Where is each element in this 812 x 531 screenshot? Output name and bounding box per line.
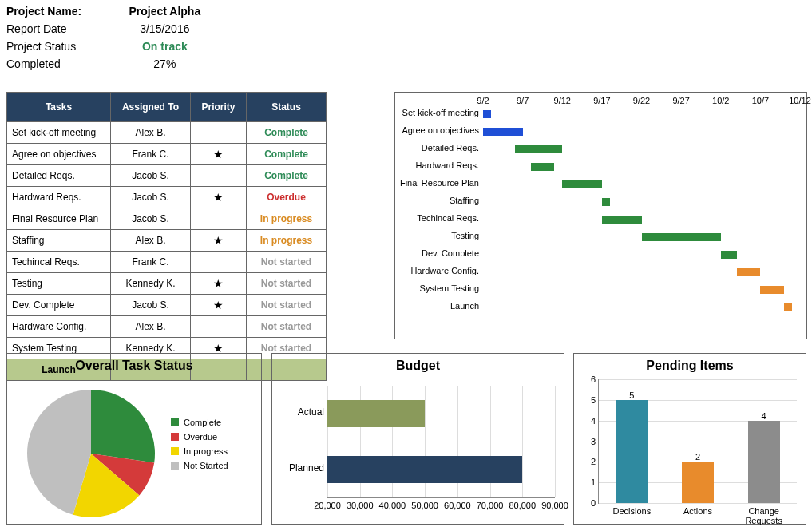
gantt-row-label: Set kick-off meeting [395,108,482,117]
pending-chart: Pending Items 01234565Decisions2Actions4… [573,353,806,525]
task-status: Overdue [247,187,327,208]
overall-status-title: Overall Task Status [7,359,261,373]
task-table: TasksAssigned ToPriorityStatus Set kick-… [6,92,327,381]
task-status: In progress [247,230,327,252]
task-name: Hardward Reqs. [7,187,111,208]
gantt-bar [737,268,761,276]
task-name: Testing [7,273,111,295]
star-icon: ★ [213,299,224,311]
task-name: Hardware Config. [7,316,111,338]
budget-xtick: 90,000 [541,501,568,510]
gantt-row-label: Techincal Reqs. [395,213,482,223]
task-status: Not started [247,295,327,316]
budget-chart: Budget 20,00030,00040,00050,00060,00070,… [271,353,564,525]
project-name-label: Project Name: [6,5,118,18]
task-col-3: Status [247,93,327,122]
task-status: Not started [247,252,327,273]
legend-item: In progress [171,446,228,456]
pending-category-label: Change Requests [745,506,782,525]
gantt-tick: 9/7 [517,96,529,105]
legend-item: Not Started [171,461,228,470]
gantt-tick: 9/27 [672,96,689,105]
completed-value: 27% [121,57,208,70]
task-name: Agree on objectives [7,144,111,165]
table-row: Set kick-off meetingAlex B.Complete [7,122,327,144]
budget-bar [327,456,522,483]
table-row: Detailed Reqs.Jacob S.Complete [7,165,327,187]
task-assignee: Frank C. [111,144,191,165]
gantt-row-label: Detailed Reqs. [395,143,482,153]
star-icon: ★ [213,234,224,247]
gantt-bar [483,128,523,136]
table-row: Agree on objectivesFrank C.★Complete [7,144,327,165]
task-assignee: Alex B. [111,230,191,252]
task-col-1: Assigned To [111,93,191,122]
gantt-bar [760,286,784,294]
gantt-row-label: Final Resource Plan [395,178,482,188]
budget-xtick: 80,000 [509,501,536,510]
pending-ytick: 4 [591,416,599,426]
task-assignee: Kennedy K. [111,273,191,295]
pending-category-label: Decisions [612,506,651,516]
table-row: Techincal Reqs.Frank C.Not started [7,252,327,273]
legend-swatch [171,433,179,441]
task-name: Staffing [7,230,111,252]
gantt-bar [531,163,555,171]
task-assignee: Jacob S. [111,165,191,187]
budget-xtick: 20,000 [314,501,341,510]
table-row: Dev. CompleteJacob S.★Not started [7,295,327,316]
pending-ytick: 6 [591,374,599,384]
report-date-label: Report Date [6,22,118,35]
task-assignee: Alex B. [111,122,191,144]
gantt-row-label: Agree on objectives [395,125,482,135]
task-assignee: Jacob S. [111,187,191,208]
gantt-row-label: Hardward Reqs. [395,160,482,170]
table-row: StaffingAlex B.★In progress [7,230,327,252]
gantt-bar [602,216,642,224]
project-status-label: Project Status [6,40,118,53]
task-assignee: Alex B. [111,316,191,338]
budget-bar [327,400,425,427]
task-priority [191,316,247,338]
gantt-bar [562,180,602,188]
pending-value-label: 4 [762,411,766,421]
task-priority: ★ [191,230,247,252]
gantt-tick: 9/17 [593,96,610,105]
gantt-bar [602,198,610,206]
gantt-tick: 10/7 [752,96,769,105]
gantt-tick: 9/12 [554,96,571,105]
task-priority [191,252,247,273]
task-assignee: Frank C. [111,252,191,273]
table-row: Final Resource PlanJacob S.In progress [7,208,327,230]
gantt-row-label: Dev. Complete [395,248,482,258]
task-priority: ★ [191,187,247,208]
task-priority: ★ [191,295,247,316]
task-status: In progress [247,208,327,230]
gantt-row-label: Staffing [395,196,482,205]
report-date-value: 3/15/2016 [121,22,208,35]
pending-ytick: 3 [591,437,599,446]
task-priority [191,165,247,187]
legend-label: Not Started [184,461,228,470]
task-name: Set kick-off meeting [7,122,111,144]
budget-category-label: Actual [276,406,324,418]
gantt-chart: 9/29/79/129/179/229/2710/210/710/12 Set … [394,92,807,339]
pending-ytick: 5 [591,395,599,405]
task-assignee: Jacob S. [111,295,191,316]
legend-item: Overdue [171,432,228,442]
gantt-tick: 10/2 [712,96,729,105]
task-name: Final Resource Plan [7,208,111,230]
star-icon: ★ [213,148,224,160]
gantt-bar [483,110,491,118]
task-status: Complete [247,144,327,165]
gantt-row-label: Testing [395,231,482,240]
table-row: Hardward Reqs.Jacob S.★Overdue [7,187,327,208]
task-col-0: Tasks [7,93,111,122]
completed-label: Completed [6,57,118,70]
pending-bar [682,462,714,503]
budget-xtick: 30,000 [347,501,374,510]
task-priority: ★ [191,273,247,295]
task-status: Complete [247,165,327,187]
legend-swatch [171,447,179,455]
project-name-value: Project Alpha [121,5,208,18]
